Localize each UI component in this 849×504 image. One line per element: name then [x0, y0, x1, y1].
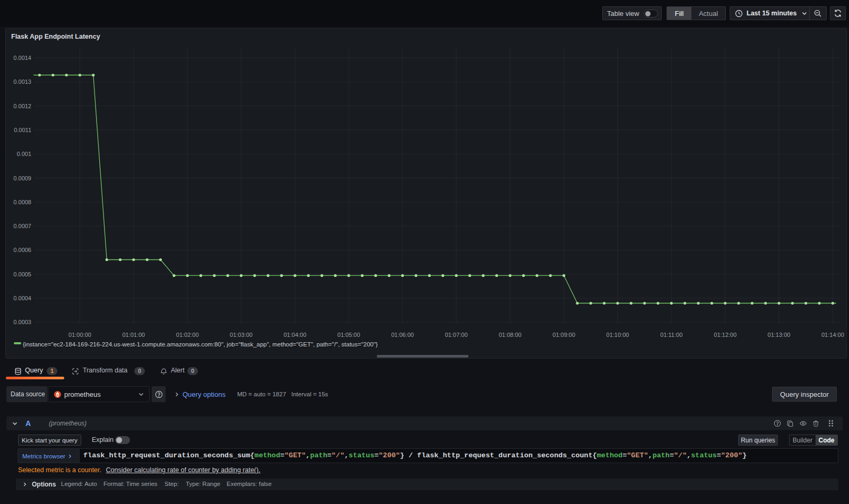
svg-text:01:05:00: 01:05:00 [337, 332, 360, 338]
svg-text:01:01:00: 01:01:00 [122, 332, 145, 338]
svg-text:01:13:00: 01:13:00 [768, 332, 791, 338]
svg-text:01:14:00: 01:14:00 [821, 332, 844, 338]
svg-text:0.0012: 0.0012 [13, 103, 31, 109]
svg-text:0.001: 0.001 [16, 151, 31, 157]
svg-text:01:00:00: 01:00:00 [68, 332, 91, 338]
svg-text:0.0006: 0.0006 [13, 247, 31, 253]
svg-text:0.0008: 0.0008 [13, 199, 31, 205]
svg-text:0.0004: 0.0004 [13, 295, 31, 301]
svg-text:01:07:00: 01:07:00 [445, 332, 467, 338]
svg-text:01:04:00: 01:04:00 [283, 332, 306, 338]
svg-text:{instance="ec2-184-169-216-224: {instance="ec2-184-169-216-224.us-west-1… [23, 341, 378, 347]
svg-text:0.0005: 0.0005 [13, 271, 31, 277]
svg-text:01:02:00: 01:02:00 [176, 332, 199, 338]
svg-text:0.0014: 0.0014 [13, 55, 31, 61]
svg-text:01:10:00: 01:10:00 [607, 332, 629, 338]
svg-text:0.0011: 0.0011 [14, 127, 31, 133]
svg-text:0.0003: 0.0003 [13, 319, 31, 325]
svg-text:0.0009: 0.0009 [13, 175, 31, 181]
svg-text:01:11:00: 01:11:00 [660, 332, 682, 338]
svg-text:01:09:00: 01:09:00 [552, 332, 575, 338]
svg-text:01:08:00: 01:08:00 [499, 332, 522, 338]
svg-text:01:06:00: 01:06:00 [391, 332, 414, 338]
svg-text:0.0013: 0.0013 [13, 79, 31, 85]
svg-text:01:03:00: 01:03:00 [230, 332, 253, 338]
svg-text:0.0007: 0.0007 [13, 223, 31, 229]
svg-text:01:12:00: 01:12:00 [714, 332, 737, 338]
